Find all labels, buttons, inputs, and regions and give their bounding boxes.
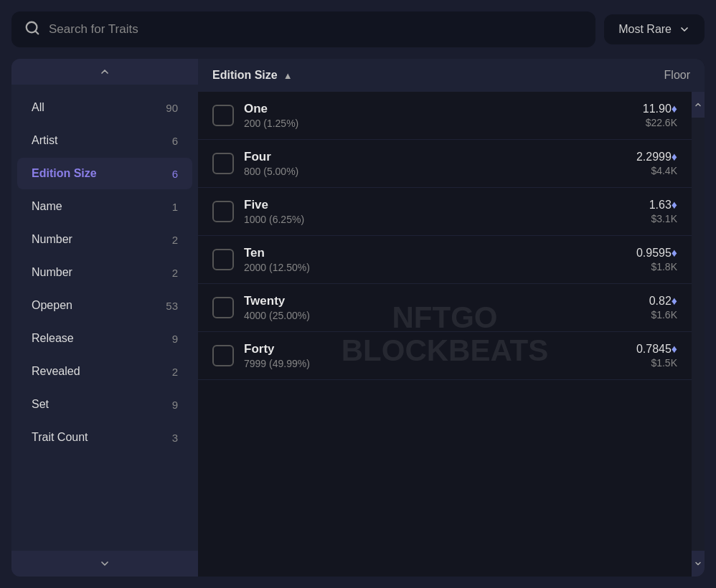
- sidebar-item-count: 2: [172, 234, 178, 246]
- trait-name: One: [244, 102, 633, 116]
- trait-usd: $4.4K: [636, 165, 677, 176]
- trait-sub: 200 (1.25%): [244, 118, 633, 129]
- trait-eth: 0.9595♦: [636, 247, 677, 260]
- traits-panel: Edition Size ▲ Floor NFTGO BLOCKBEATS On…: [198, 59, 705, 577]
- sidebar-item-count: 2: [172, 267, 178, 279]
- sidebar-item-name[interactable]: Name 1: [17, 191, 192, 222]
- sidebar-item-number-1[interactable]: Number 2: [17, 224, 192, 255]
- search-input[interactable]: [49, 22, 583, 37]
- traits-header: Edition Size ▲ Floor: [198, 59, 705, 92]
- sidebar-item-label: All: [32, 101, 44, 114]
- trait-price: 1.63♦ $3.1K: [649, 199, 677, 224]
- trait-name: Ten: [244, 246, 626, 260]
- trait-sub: 2000 (12.50%): [244, 262, 626, 273]
- trait-info: One 200 (1.25%): [244, 102, 633, 129]
- trait-price: 11.90♦ $22.6K: [643, 103, 677, 128]
- sidebar-item-count: 6: [172, 168, 178, 180]
- trait-checkbox[interactable]: [212, 105, 234, 126]
- sidebar-item-count: 3: [172, 432, 178, 444]
- trait-price: 0.82♦ $1.6K: [649, 295, 677, 321]
- traits-scroll-up[interactable]: [692, 92, 705, 118]
- trait-checkbox[interactable]: [212, 201, 234, 222]
- sidebar-item-label: Edition Size: [32, 167, 97, 180]
- trait-checkbox[interactable]: [212, 297, 234, 318]
- sidebar-item-set[interactable]: Set 9: [17, 389, 192, 420]
- trait-eth: 0.7845♦: [636, 343, 677, 356]
- eth-icon: ♦: [672, 247, 677, 259]
- trait-eth: 11.90♦: [643, 103, 677, 115]
- trait-name: Twenty: [244, 294, 639, 308]
- eth-icon: ♦: [672, 343, 677, 355]
- trait-checkbox[interactable]: [212, 249, 234, 270]
- sidebar-item-release[interactable]: Release 9: [17, 323, 192, 354]
- traits-area: NFTGO BLOCKBEATS One 200 (1.25%) 11.90♦ …: [198, 92, 705, 577]
- eth-icon: ♦: [672, 103, 677, 115]
- trait-eth: 0.82♦: [649, 295, 677, 308]
- eth-icon: ♦: [672, 295, 677, 307]
- trait-row[interactable]: Twenty 4000 (25.00%) 0.82♦ $1.6K: [198, 284, 692, 332]
- trait-usd: $3.1K: [649, 213, 677, 224]
- search-input-wrapper: [11, 11, 595, 47]
- sidebar-item-all[interactable]: All 90: [17, 92, 192, 123]
- sidebar-item-opepen[interactable]: Opepen 53: [17, 290, 192, 321]
- trait-info: Forty 7999 (49.99%): [244, 342, 626, 369]
- traits-scroll-down[interactable]: [692, 551, 705, 577]
- main-content: All 90 Artist 6 Edition Size 6 Name 1 Nu…: [11, 59, 705, 577]
- eth-icon: ♦: [672, 151, 677, 163]
- sidebar-scroll-down[interactable]: [11, 551, 198, 577]
- traits-inner: NFTGO BLOCKBEATS One 200 (1.25%) 11.90♦ …: [198, 92, 692, 577]
- traits-floor-label: Floor: [664, 69, 690, 82]
- trait-checkbox[interactable]: [212, 153, 234, 174]
- search-icon: [24, 20, 40, 39]
- sidebar-item-count: 9: [172, 399, 178, 411]
- chevron-down-icon: [679, 24, 690, 35]
- sort-dropdown[interactable]: Most Rare: [604, 14, 705, 44]
- sort-ascending-icon: ▲: [283, 70, 293, 81]
- eth-icon: ♦: [672, 199, 677, 211]
- trait-usd: $1.8K: [636, 261, 677, 272]
- traits-header-left: Edition Size ▲: [212, 69, 293, 82]
- svg-line-1: [35, 31, 38, 34]
- sidebar-item-label: Set: [32, 398, 49, 411]
- trait-usd: $22.6K: [643, 117, 677, 128]
- sort-label: Most Rare: [618, 23, 672, 36]
- trait-row[interactable]: Five 1000 (6.25%) 1.63♦ $3.1K: [198, 188, 692, 236]
- sidebar-item-artist[interactable]: Artist 6: [17, 125, 192, 156]
- trait-name: Five: [244, 198, 639, 212]
- sidebar-item-edition-size[interactable]: Edition Size 6: [17, 158, 192, 189]
- trait-row[interactable]: Forty 7999 (49.99%) 0.7845♦ $1.5K: [198, 332, 692, 380]
- sidebar-item-count: 53: [166, 300, 178, 312]
- sidebar-item-label: Release: [32, 332, 74, 345]
- trait-checkbox[interactable]: [212, 345, 234, 366]
- trait-sub: 1000 (6.25%): [244, 214, 639, 225]
- sidebar-item-count: 1: [172, 201, 178, 213]
- trait-info: Five 1000 (6.25%): [244, 198, 639, 225]
- trait-usd: $1.6K: [649, 309, 677, 321]
- trait-usd: $1.5K: [636, 357, 677, 369]
- trait-name: Forty: [244, 342, 626, 356]
- traits-list: One 200 (1.25%) 11.90♦ $22.6K Four 800 (…: [198, 92, 692, 577]
- sidebar: All 90 Artist 6 Edition Size 6 Name 1 Nu…: [11, 59, 198, 577]
- sidebar-item-trait-count[interactable]: Trait Count 3: [17, 422, 192, 453]
- sidebar-item-label: Opepen: [32, 299, 72, 312]
- trait-row[interactable]: Ten 2000 (12.50%) 0.9595♦ $1.8K: [198, 236, 692, 284]
- trait-sub: 7999 (49.99%): [244, 358, 626, 369]
- sidebar-item-number-2[interactable]: Number 2: [17, 257, 192, 288]
- trait-name: Four: [244, 150, 626, 164]
- sidebar-item-count: 2: [172, 366, 178, 378]
- trait-eth: 2.2999♦: [636, 151, 677, 163]
- sidebar-item-revealed[interactable]: Revealed 2: [17, 356, 192, 387]
- sidebar-item-label: Name: [32, 200, 62, 213]
- sidebar-item-count: 9: [172, 333, 178, 345]
- sidebar-item-label: Number: [32, 266, 72, 279]
- trait-price: 2.2999♦ $4.4K: [636, 151, 677, 176]
- trait-row[interactable]: One 200 (1.25%) 11.90♦ $22.6K: [198, 92, 692, 140]
- sidebar-scroll-up[interactable]: [11, 59, 198, 85]
- right-scroll-col: [692, 92, 705, 577]
- trait-price: 0.9595♦ $1.8K: [636, 247, 677, 272]
- sidebar-item-label: Number: [32, 233, 72, 246]
- sidebar-item-count: 6: [172, 135, 178, 147]
- trait-info: Four 800 (5.00%): [244, 150, 626, 177]
- trait-row[interactable]: Four 800 (5.00%) 2.2999♦ $4.4K: [198, 140, 692, 188]
- search-bar: Most Rare: [11, 11, 705, 47]
